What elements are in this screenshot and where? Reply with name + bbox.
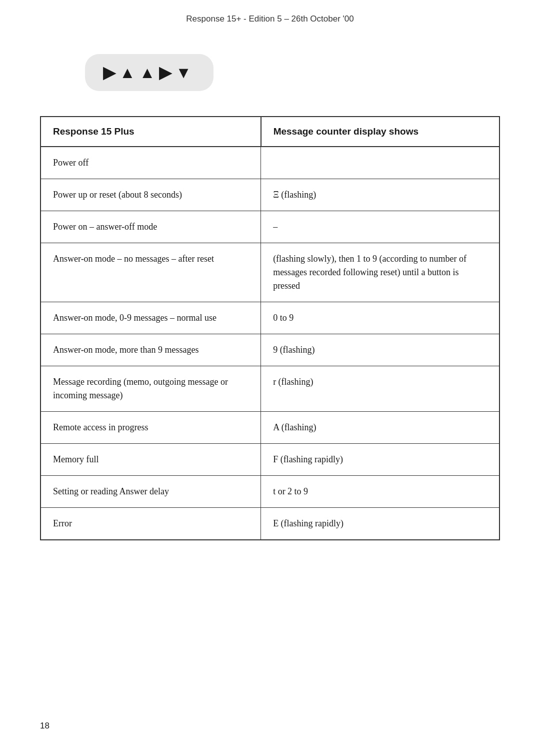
table-cell-left: Remote access in progress [40,412,261,444]
symbol-bar: ▶▲▲▶▼ [85,54,214,91]
table-row: ErrorE (flashing rapidly) [40,508,500,540]
table-cell-right: r (flashing) [261,366,500,412]
table-cell-right: F (flashing rapidly) [261,444,500,476]
table-cell-right: t or 2 to 9 [261,476,500,508]
table-cell-left: Message recording (memo, outgoing messag… [40,366,261,412]
table-cell-right: E (flashing rapidly) [261,508,500,540]
header-title: Response 15+ - Edition 5 – 26th October … [186,14,354,24]
table-row: Memory fullF (flashing rapidly) [40,444,500,476]
table-row: Answer-on mode, 0-9 messages – normal us… [40,302,500,334]
table-cell-left: Error [40,508,261,540]
table-cell-left: Answer-on mode, more than 9 messages [40,334,261,366]
table-cell-left: Answer-on mode, 0-9 messages – normal us… [40,302,261,334]
table-cell-left: Power off [40,147,261,179]
page-number: 18 [40,721,50,731]
table-row: Answer-on mode – no messages – after res… [40,243,500,302]
table-cell-right: (flashing slowly), then 1 to 9 (accordin… [261,243,500,302]
table-cell-left: Memory full [40,444,261,476]
page-header: Response 15+ - Edition 5 – 26th October … [0,0,540,24]
symbol-bar-text: ▶▲▲▶▼ [103,64,196,82]
page-number-text: 18 [40,721,50,730]
table-row: Power up or reset (about 8 seconds)Ξ (fl… [40,179,500,211]
col1-header: Response 15 Plus [40,117,261,147]
table-cell-right: – [261,211,500,243]
table-cell-right: 0 to 9 [261,302,500,334]
table-row: Power on – answer-off mode– [40,211,500,243]
table-cell-left: Power on – answer-off mode [40,211,261,243]
table-cell-right: A (flashing) [261,412,500,444]
table-row: Answer-on mode, more than 9 messages9 (f… [40,334,500,366]
table-cell-right: 9 (flashing) [261,334,500,366]
table-row: Remote access in progressA (flashing) [40,412,500,444]
table-cell-right: Ξ (flashing) [261,179,500,211]
main-table: Response 15 Plus Message counter display… [40,116,500,540]
table-cell-left: Setting or reading Answer delay [40,476,261,508]
table-cell-left: Power up or reset (about 8 seconds) [40,179,261,211]
table-cell-left: Answer-on mode – no messages – after res… [40,243,261,302]
table-row: Message recording (memo, outgoing messag… [40,366,500,412]
table-row: Setting or reading Answer delayt or 2 to… [40,476,500,508]
col2-header: Message counter display shows [261,117,500,147]
table-cell-right [261,147,500,179]
table-row: Power off [40,147,500,179]
